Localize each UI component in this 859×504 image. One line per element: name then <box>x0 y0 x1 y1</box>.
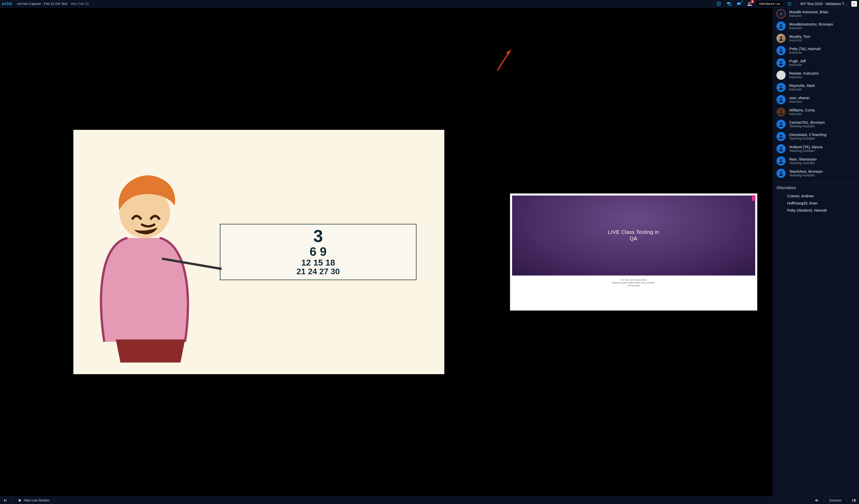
attendance-icon[interactable]: 3 <box>746 1 753 7</box>
person-role: Instructor <box>789 63 806 67</box>
chat-icon[interactable] <box>726 1 733 7</box>
person-row[interactable]: Ravi, SharanyanTeaching Assistant <box>773 155 859 167</box>
svg-rect-30 <box>855 500 856 501</box>
svg-point-25 <box>780 159 782 161</box>
capture-date: Mon Feb 10 <box>71 2 89 5</box>
layout-button[interactable] <box>850 498 858 502</box>
svg-point-16 <box>780 49 782 50</box>
svg-point-23 <box>780 135 782 136</box>
person-role: Instructor <box>789 88 815 91</box>
person-role: Instructor <box>789 75 819 79</box>
person-row[interactable]: DAssistant, CTeachingTeaching Assistant <box>773 130 859 142</box>
attendee-row[interactable]: Huffmang33, brian <box>773 200 859 207</box>
person-name: CanvasTA1, Bronwyn <box>789 120 825 124</box>
svg-point-24 <box>780 147 782 149</box>
institution-badge[interactable]: U <box>852 1 857 7</box>
attendee-row[interactable]: Cramer, Andrew <box>773 193 859 200</box>
slide-subtitle: IT'S THE LIVE CLASS KIDS! MAKING SURE EV… <box>510 277 757 287</box>
avatar <box>777 83 786 92</box>
person-role: Teaching Assistant <box>789 173 823 177</box>
app-logo: echō <box>2 1 12 6</box>
video-stage: 3 6 9 12 15 18 21 24 27 30 LIVE Class Te… <box>0 7 772 496</box>
person-name: Pugh, Jeff <box>789 59 806 63</box>
volume-button[interactable] <box>813 498 820 502</box>
person-row[interactable]: CanvasTA1, BronwynTeaching Assistant <box>773 118 859 130</box>
course-title[interactable]: WT-Test-2020 - Webteam T… <box>800 2 848 6</box>
person-name: Reynolds, Mark <box>789 83 815 88</box>
avatar <box>777 95 786 104</box>
person-row[interactable]: user, sharanInstructor <box>773 93 859 106</box>
person-role: Teaching Assistant <box>789 161 817 165</box>
person-name: Reeder, Instructor <box>789 71 819 75</box>
avatar: A <box>777 9 786 18</box>
new-chat-icon[interactable]: + + <box>736 1 743 7</box>
avatar <box>777 21 786 31</box>
person-role: Instructor <box>789 26 833 30</box>
person-name: MoodleInstructor, Bronwyn <box>789 22 833 26</box>
person-row[interactable]: AMoodle Instructor, BrianInstructor <box>773 7 859 20</box>
hide-live-stream-label: Hide Live Stream <box>24 498 49 502</box>
list-toggle-icon[interactable] <box>786 1 793 7</box>
person-name: Ravi, Sharanyan <box>789 157 817 161</box>
svg-point-4 <box>788 2 788 3</box>
hide-live-stream-button[interactable]: Hide Live Stream <box>16 498 51 502</box>
avatar <box>777 71 786 80</box>
svg-point-19 <box>780 86 782 87</box>
attendee-row[interactable]: Petty (Student), Hannah <box>773 207 859 214</box>
slide-source-panel[interactable]: LIVE Class Testing in QA IT'S THE LIVE C… <box>510 194 757 311</box>
svg-point-8 <box>788 5 788 5</box>
cartoon-teacher <box>73 130 192 374</box>
attendance-scroll[interactable]: AMoodle Instructor, BrianInstructorMoodl… <box>773 7 859 496</box>
svg-point-22 <box>780 122 782 124</box>
sidebar-divider <box>777 182 856 182</box>
svg-marker-11 <box>507 48 512 55</box>
avatar <box>777 156 786 166</box>
person-row[interactable]: Murphy, TomInstructor <box>773 32 859 44</box>
person-role: Teaching Assistant <box>789 137 827 140</box>
board-row-1: 3 <box>222 227 415 245</box>
svg-point-14 <box>780 24 782 26</box>
multiplication-board: 3 6 9 12 15 18 21 24 27 30 <box>192 130 444 374</box>
skip-next-button[interactable] <box>1 498 9 502</box>
avatar <box>777 58 786 67</box>
notes-icon[interactable] <box>715 1 722 7</box>
person-row[interactable]: Pugh, JeffInstructor <box>773 57 859 69</box>
svg-rect-27 <box>19 500 21 502</box>
svg-point-26 <box>780 171 782 173</box>
person-row[interactable]: MoodleInstructor, BronwynInstructor <box>773 20 859 32</box>
person-name: DAssistant, CTeaching <box>789 133 827 137</box>
person-row[interactable]: Reeder, InstructorInstructor <box>773 69 859 81</box>
person-row[interactable]: Reynolds, MarkInstructor <box>773 81 859 93</box>
board-row-3: 12 15 18 <box>222 258 415 267</box>
person-name: Petty (TA), Hannah <box>789 47 821 51</box>
avatar <box>777 46 786 55</box>
person-row[interactable]: TeachAsst, BronwynTeaching Assistant <box>773 167 859 179</box>
slide-corner-mark <box>752 195 755 201</box>
person-role: Instructor <box>789 14 828 18</box>
attendance-sidebar: AMoodle Instructor, BrianInstructorMoodl… <box>772 7 859 496</box>
person-name: Williams, Corey <box>789 108 815 112</box>
svg-rect-29 <box>855 500 856 500</box>
person-name: Holland (TA), Alyssa <box>789 145 823 149</box>
person-row[interactable]: Petty (TA), HannahInstructor <box>773 44 859 57</box>
person-name: user, sharan <box>789 96 810 100</box>
person-role: Instructor <box>789 51 821 55</box>
attendance-tooltip: Attendance List <box>756 1 783 6</box>
avatar <box>777 169 786 178</box>
svg-line-10 <box>498 50 510 71</box>
camera-source-panel[interactable]: 3 6 9 12 15 18 21 24 27 30 <box>73 130 444 374</box>
sources-button[interactable]: Sources <box>828 498 843 502</box>
person-role: Teaching Assistant <box>789 124 825 128</box>
person-row[interactable]: Holland (TA), AlyssaTeaching Assistant <box>773 142 859 155</box>
board-row-4: 21 24 27 30 <box>222 267 415 276</box>
person-row[interactable]: Williams, CoreyInstructor <box>773 106 859 118</box>
annotation-arrow <box>494 47 515 72</box>
sources-label: Sources <box>829 498 841 502</box>
person-name: TeachAsst, Bronwyn <box>789 169 823 173</box>
person-name: Moodle Instructor, Brian <box>789 10 828 14</box>
person-role: Instructor <box>789 112 815 116</box>
svg-rect-28 <box>852 500 854 502</box>
avatar <box>777 107 786 117</box>
top-bar: echō Ad Hoc Capture - Feb 10 1Hr Test Mo… <box>0 0 859 7</box>
svg-point-21 <box>780 110 782 112</box>
